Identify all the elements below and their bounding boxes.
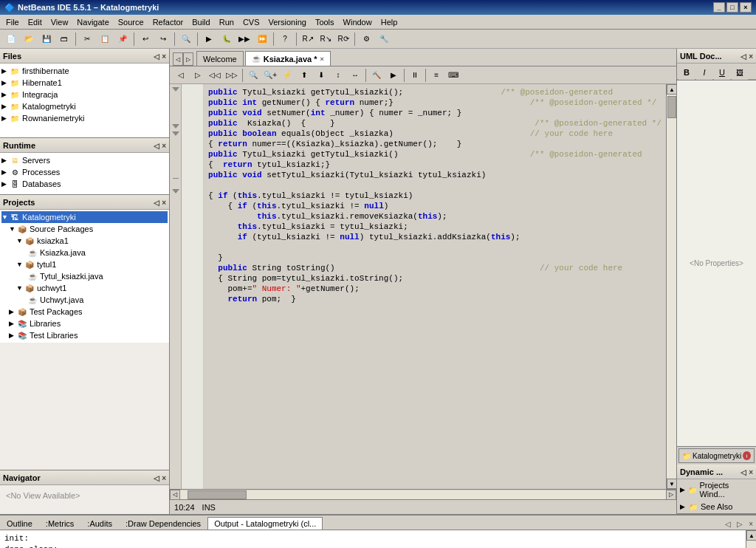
btab-draw-dep[interactable]: :Draw Dependencies bbox=[119, 517, 207, 530]
katalog-button[interactable]: 📁 Katalogmetryki i bbox=[678, 448, 755, 463]
dynamic-item-see-also[interactable]: ▶📁See Also bbox=[677, 500, 756, 513]
find-button[interactable]: 🔍 bbox=[178, 32, 194, 47]
files-item-hibernate1[interactable]: ▶📁Hibernate1 bbox=[1, 77, 168, 89]
menu-cvs[interactable]: CVS bbox=[238, 16, 264, 28]
editor-src-btn6[interactable]: ↕ bbox=[330, 68, 346, 83]
files-close-icon[interactable]: × bbox=[162, 52, 166, 61]
files-item-integracja[interactable]: ▶📁Integracja bbox=[1, 89, 168, 100]
projects-item-katalogmetryki[interactable]: ▼🏗Katalogmetryki bbox=[1, 211, 168, 223]
uml-close-icon[interactable]: × bbox=[749, 52, 753, 61]
runtime-item-servers[interactable]: ▶🖥Servers bbox=[1, 154, 168, 166]
maximize-button[interactable]: □ bbox=[726, 2, 738, 13]
files-item-rownaniemetryki[interactable]: ▶📁Rownaniemetryki bbox=[1, 112, 168, 124]
run-3-button[interactable]: ⏩ bbox=[254, 32, 270, 47]
bottom-close-icon[interactable]: × bbox=[746, 518, 756, 530]
projects-item-test-packages[interactable]: ▶📦Test Packages bbox=[1, 306, 168, 318]
copy-button[interactable]: 📋 bbox=[97, 32, 113, 47]
menu-run[interactable]: Run bbox=[215, 16, 238, 28]
menu-view[interactable]: View bbox=[47, 16, 73, 28]
paste-button[interactable]: 📌 bbox=[114, 32, 131, 47]
bottom-scroll-left[interactable]: ◁ bbox=[722, 518, 734, 530]
extra-2-button[interactable]: 🔧 bbox=[376, 32, 392, 47]
files-item-katalogmetryki[interactable]: ▶📁Katalogmetryki bbox=[1, 100, 168, 112]
hscroll-thumb[interactable] bbox=[188, 490, 247, 499]
editor-src-btn2[interactable]: 🔍+ bbox=[262, 68, 278, 83]
btab-metrics[interactable]: :Metrics bbox=[39, 517, 81, 530]
help-button[interactable]: ? bbox=[277, 32, 293, 47]
run-button[interactable]: ▶ bbox=[201, 32, 217, 47]
btab-outline[interactable]: Outline bbox=[0, 517, 39, 530]
projects-close-icon[interactable]: × bbox=[162, 199, 166, 207]
editor-src-btn3[interactable]: ⚡ bbox=[279, 68, 295, 83]
minimize-button[interactable]: _ bbox=[713, 2, 725, 13]
scroll-down-button[interactable]: ▼ bbox=[667, 479, 676, 489]
fold-arrow-3[interactable] bbox=[172, 131, 179, 136]
run-2-button[interactable]: ▶▶ bbox=[236, 32, 252, 47]
menu-window[interactable]: Window bbox=[339, 16, 377, 28]
menu-help[interactable]: Help bbox=[377, 16, 402, 28]
btab-audits[interactable]: :Audits bbox=[80, 517, 119, 530]
bottom-scroll-right[interactable]: ▷ bbox=[734, 518, 746, 530]
open-button[interactable]: 📂 bbox=[21, 32, 37, 47]
editor-line-btn[interactable]: ≡ bbox=[428, 68, 444, 83]
refactor-1-button[interactable]: R↗ bbox=[300, 32, 316, 47]
projects-item-test-libraries[interactable]: ▶📚Test Libraries bbox=[1, 329, 168, 341]
files-minimize-icon[interactable]: ◁ bbox=[154, 52, 159, 61]
runtime-close-icon[interactable]: × bbox=[162, 142, 166, 150]
projects-item-tytul1[interactable]: ▼📦tytul1 bbox=[1, 258, 168, 270]
menu-versioning[interactable]: Versioning bbox=[264, 16, 311, 28]
menu-build[interactable]: Build bbox=[188, 16, 214, 28]
undo-button[interactable]: ↩ bbox=[137, 32, 154, 47]
bottom-scroll-up[interactable]: ▲ bbox=[746, 530, 756, 541]
redo-button[interactable]: ↪ bbox=[155, 32, 171, 47]
fold-arrow-2[interactable] bbox=[172, 124, 179, 129]
bottom-vscrollbar[interactable]: ▲ ▼ bbox=[746, 530, 756, 548]
cut-button[interactable]: ✂ bbox=[79, 32, 95, 47]
editor-next-button[interactable]: ▷ bbox=[190, 68, 206, 83]
navigator-minimize-icon[interactable]: ◁ bbox=[154, 474, 159, 482]
editor-src-btn5[interactable]: ⬇ bbox=[313, 68, 329, 83]
navigator-close-icon[interactable]: × bbox=[162, 474, 166, 482]
debug-button[interactable]: 🐛 bbox=[219, 32, 235, 47]
new-button[interactable]: 📄 bbox=[3, 32, 19, 47]
save-button[interactable]: 💾 bbox=[38, 32, 55, 47]
uml-bold-button[interactable]: B bbox=[678, 65, 695, 80]
fold-arrow-4[interactable] bbox=[172, 189, 179, 193]
refactor-2-button[interactable]: R↘ bbox=[317, 32, 334, 47]
menu-navigate[interactable]: Navigate bbox=[72, 16, 113, 28]
editor-toggle-btn[interactable]: ⏸ bbox=[407, 68, 423, 83]
refactor-3-button[interactable]: R⟳ bbox=[335, 32, 351, 47]
fold-arrow-1[interactable] bbox=[172, 87, 179, 92]
runtime-minimize-icon[interactable]: ◁ bbox=[154, 142, 159, 150]
editor-prev-button[interactable]: ◁ bbox=[173, 68, 189, 83]
scroll-thumb[interactable] bbox=[667, 96, 676, 118]
runtime-item-databases[interactable]: ▶🗄Databases bbox=[1, 178, 168, 190]
scroll-up-button[interactable]: ▲ bbox=[667, 84, 676, 95]
tab-close-icon[interactable]: × bbox=[320, 55, 324, 63]
editor-build-btn1[interactable]: 🔨 bbox=[368, 68, 385, 83]
files-item-firsthibernate[interactable]: ▶📁firsthibernate bbox=[1, 65, 168, 77]
tab-welcome[interactable]: Welcome bbox=[196, 51, 244, 66]
projects-minimize-icon[interactable]: ◁ bbox=[154, 199, 159, 207]
menu-edit[interactable]: Edit bbox=[24, 16, 47, 28]
menu-refactor[interactable]: Refactor bbox=[148, 16, 188, 28]
menu-file[interactable]: File bbox=[1, 16, 24, 28]
uml-italic-button[interactable]: I bbox=[696, 65, 712, 80]
btab-output[interactable]: Output - Latalogmetryki (cl... bbox=[207, 517, 323, 530]
dynamic-item-projects-wind[interactable]: ▶📁Projects Wind... bbox=[677, 479, 756, 500]
save-all-button[interactable]: 🗃 bbox=[56, 32, 72, 47]
projects-item-uchwyt-java[interactable]: ☕Uchwyt.java bbox=[1, 294, 168, 306]
dynamic-close-icon[interactable]: × bbox=[749, 468, 753, 476]
hscroll-right-button[interactable]: ▷ bbox=[666, 490, 676, 500]
projects-item-ksiazka-java[interactable]: ☕Ksiazka.java bbox=[1, 247, 168, 258]
projects-item-uchwyt1[interactable]: ▼📦uchwyt1 bbox=[1, 282, 168, 294]
projects-item-libraries[interactable]: ▶📚Libraries bbox=[1, 318, 168, 329]
projects-item-ksiazka1[interactable]: ▼📦ksiazka1 bbox=[1, 235, 168, 247]
tab-scroll-left[interactable]: ◁ bbox=[173, 52, 183, 66]
editor-next2-button[interactable]: ▷▷ bbox=[224, 68, 240, 83]
uml-minimize-icon[interactable]: ◁ bbox=[740, 52, 746, 61]
tab-scroll-right[interactable]: ▷ bbox=[183, 52, 193, 66]
uml-underline-button[interactable]: U bbox=[714, 65, 730, 80]
dynamic-minimize-icon[interactable]: ◁ bbox=[740, 468, 746, 476]
menu-tools[interactable]: Tools bbox=[311, 16, 339, 28]
